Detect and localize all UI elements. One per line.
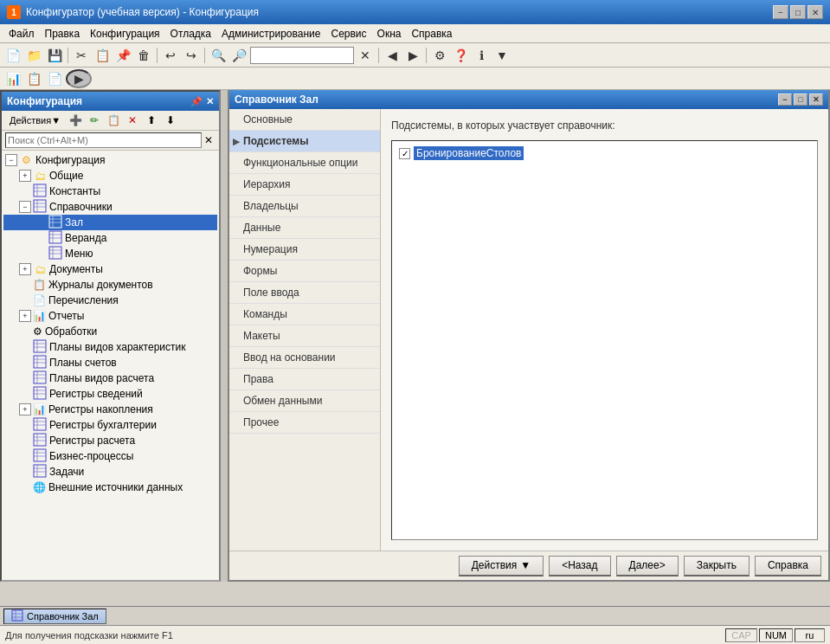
tb-find[interactable]: 🔍 xyxy=(209,46,228,65)
tree-node-charplans[interactable]: Планы видов характеристик xyxy=(3,339,217,355)
nav-item-commands[interactable]: Команды xyxy=(229,304,380,325)
next-button[interactable]: Далее> xyxy=(616,556,679,576)
toolbar-search-input[interactable] xyxy=(250,47,354,64)
subsystem-item-bron[interactable]: ✓ БронированиеСтолов xyxy=(396,145,814,162)
tb-settings[interactable]: ⚙ xyxy=(430,46,449,65)
tb-search-clear[interactable]: ✕ xyxy=(356,46,375,65)
help-button[interactable]: Справка xyxy=(755,556,821,576)
menu-administration[interactable]: Администрирование xyxy=(216,26,325,42)
dialog-maximize-btn[interactable]: □ xyxy=(794,93,807,106)
tree-node-inforegs[interactable]: Регистры сведений xyxy=(3,386,217,402)
panel-close-btn[interactable]: ✕ xyxy=(206,96,214,107)
tb-open[interactable]: 📁 xyxy=(24,46,43,65)
minimize-button[interactable]: − xyxy=(773,5,788,19)
nav-item-other[interactable]: Прочее xyxy=(229,412,380,434)
menu-file[interactable]: Файл xyxy=(3,26,40,42)
nav-item-forms[interactable]: Формы xyxy=(229,261,380,282)
close-dialog-button[interactable]: Закрыть xyxy=(684,556,750,576)
tree-node-accumregs[interactable]: + 📊 Регистры накопления xyxy=(3,402,217,417)
menu-windows[interactable]: Окна xyxy=(372,26,407,42)
tree-expand-docs[interactable]: + xyxy=(19,263,31,275)
nav-item-funcoptions[interactable]: Функциональные опции xyxy=(229,152,380,174)
tree-node-calcregs[interactable]: Регистры расчета xyxy=(3,433,217,448)
nav-item-rights[interactable]: Права xyxy=(229,369,380,390)
back-button[interactable]: <Назад xyxy=(549,556,610,576)
menu-edit[interactable]: Правка xyxy=(40,26,86,42)
nav-item-data[interactable]: Данные xyxy=(229,217,380,239)
actions-button[interactable]: Действия ▼ xyxy=(459,556,544,576)
pt-delete[interactable]: ✕ xyxy=(124,113,141,128)
tb2-btn4[interactable]: ▶ xyxy=(66,69,92,88)
menu-debug[interactable]: Отладка xyxy=(165,26,216,42)
tree-node-enums[interactable]: 📄 Перечисления xyxy=(3,293,217,308)
pt-edit[interactable]: ✏ xyxy=(86,113,103,128)
tb2-btn2[interactable]: 📋 xyxy=(24,69,43,88)
tree-node-accountplans[interactable]: Планы счетов xyxy=(3,355,217,370)
tree-node-ext-data[interactable]: 🌐 Внешние источники данных xyxy=(3,480,217,495)
tb-help1[interactable]: ❓ xyxy=(451,46,470,65)
tree-node-calcplans[interactable]: Планы видов расчета xyxy=(3,370,217,386)
dialog-minimize-btn[interactable]: − xyxy=(778,93,792,106)
subsystem-checkbox-bron[interactable]: ✓ xyxy=(399,148,410,159)
nav-item-podsistemy[interactable]: ▶ Подсистемы xyxy=(229,131,380,152)
tb-delete[interactable]: 🗑 xyxy=(134,46,153,65)
pt-add[interactable]: ➕ xyxy=(67,113,84,128)
tb-btn1[interactable]: ◀ xyxy=(383,46,402,65)
menu-help[interactable]: Справка xyxy=(406,26,457,42)
menu-configuration[interactable]: Конфигурация xyxy=(85,26,165,42)
tree-node-docs[interactable]: + 🗂 Документы xyxy=(3,261,217,277)
tb-paste[interactable]: 📌 xyxy=(113,46,132,65)
tree-expand-general[interactable]: + xyxy=(19,170,31,182)
tree-node-zal[interactable]: Зал xyxy=(3,215,217,230)
nav-item-osnovnye[interactable]: Основные xyxy=(229,109,380,131)
tb-btn2[interactable]: ▶ xyxy=(403,46,422,65)
taskbar-item-zal[interactable]: Справочник Зал xyxy=(3,609,106,624)
dialog-close-btn[interactable]: ✕ xyxy=(809,93,823,106)
pt-actions[interactable]: Действия ▼ xyxy=(5,113,65,128)
pt-copy[interactable]: 📋 xyxy=(105,113,122,128)
tb-cut[interactable]: ✂ xyxy=(72,46,91,65)
tb-extra[interactable]: ▼ xyxy=(492,46,512,65)
tree-node-accregs[interactable]: Регистры бухгалтерии xyxy=(3,417,217,433)
nav-item-exchange[interactable]: Обмен данными xyxy=(229,390,380,412)
tb-copy[interactable]: 📋 xyxy=(93,46,112,65)
tb-undo[interactable]: ↩ xyxy=(161,46,180,65)
tb2-btn3[interactable]: 📄 xyxy=(45,69,64,88)
tb-findnext[interactable]: 🔎 xyxy=(229,46,248,65)
tree-node-general[interactable]: + 🗂 Общие xyxy=(3,168,217,184)
tb-info[interactable]: ℹ xyxy=(472,46,491,65)
maximize-button[interactable]: □ xyxy=(790,5,806,19)
tb2-btn1[interactable]: 📊 xyxy=(3,69,23,88)
tree-expand-accumregs[interactable]: + xyxy=(19,403,31,415)
tree-expand-reports[interactable]: + xyxy=(19,310,31,322)
nav-item-basedinput[interactable]: Ввод на основании xyxy=(229,347,380,369)
panel-pin-btn[interactable]: 📌 xyxy=(190,96,203,107)
nav-item-hierarchy[interactable]: Иерархия xyxy=(229,174,380,196)
tree-node-veranda[interactable]: Веранда xyxy=(3,230,217,246)
tree-node-catalogs[interactable]: − Справочники xyxy=(3,199,217,215)
nav-item-numeration[interactable]: Нумерация xyxy=(229,239,380,261)
pt-up[interactable]: ⬆ xyxy=(143,113,160,128)
tree-node-bizproc[interactable]: Бизнес-процессы xyxy=(3,448,217,464)
tree-node-processing[interactable]: ⚙ Обработки xyxy=(3,324,217,339)
search-clear-btn[interactable]: ✕ xyxy=(202,133,216,147)
nav-item-owners[interactable]: Владельцы xyxy=(229,196,380,217)
tree-node-tasks[interactable]: Задачи xyxy=(3,464,217,480)
nav-item-inputfield[interactable]: Поле ввода xyxy=(229,282,380,304)
tree-node-constants[interactable]: Константы xyxy=(3,184,217,199)
tb-new[interactable]: 📄 xyxy=(3,46,23,65)
tree-icon-processing: ⚙ xyxy=(33,325,42,338)
tb-redo[interactable]: ↪ xyxy=(182,46,201,65)
tree-node-root[interactable]: − ⚙ Конфигурация xyxy=(3,152,217,168)
pt-down[interactable]: ⬇ xyxy=(162,113,179,128)
close-button-window[interactable]: ✕ xyxy=(807,5,823,19)
tree-node-journals[interactable]: 📋 Журналы документов xyxy=(3,277,217,293)
tree-node-reports[interactable]: + 📊 Отчеты xyxy=(3,308,217,324)
tree-expand-catalogs[interactable]: − xyxy=(19,201,31,213)
tree-node-menu[interactable]: Меню xyxy=(3,246,217,261)
menu-service[interactable]: Сервис xyxy=(325,26,371,42)
nav-item-layouts[interactable]: Макеты xyxy=(229,325,380,347)
search-input[interactable] xyxy=(5,132,202,148)
tb-save[interactable]: 💾 xyxy=(45,46,64,65)
tree-expand-root[interactable]: − xyxy=(5,154,17,166)
